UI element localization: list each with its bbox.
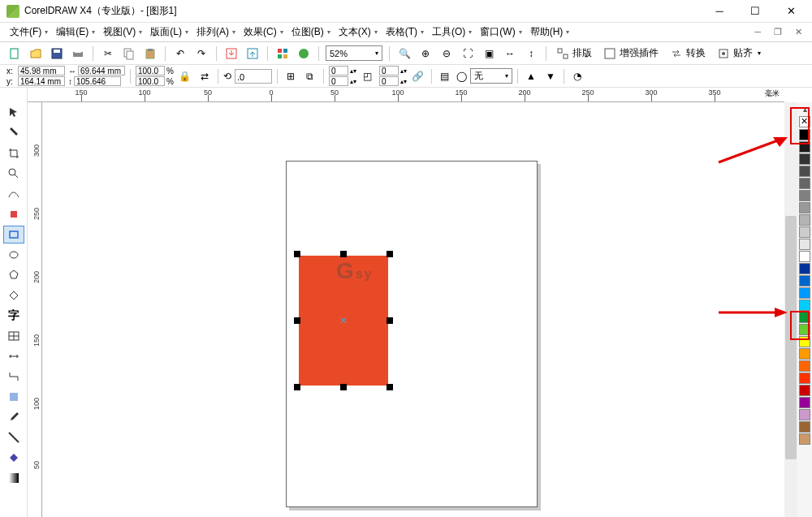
width-input[interactable]: 69.644 mm (78, 66, 125, 75)
zoom-in-icon[interactable]: ⊕ (417, 45, 434, 62)
redo-icon[interactable]: ↷ (193, 45, 209, 62)
basic-shapes-tool[interactable] (3, 287, 24, 304)
color-swatch-19[interactable] (799, 360, 810, 372)
color-swatch-10[interactable] (799, 251, 810, 262)
zoom-width-icon[interactable]: ↔ (502, 45, 518, 62)
rectangle-tool[interactable] (3, 226, 24, 243)
color-swatch-5[interactable] (799, 190, 810, 201)
color-swatch-9[interactable] (799, 239, 810, 250)
doc-restore-button[interactable]: ❐ (771, 27, 785, 37)
color-swatch-2[interactable] (799, 153, 810, 165)
corner-rows-input[interactable]: 0 (329, 76, 348, 86)
color-swatch-22[interactable] (799, 397, 810, 408)
vertical-scrollbar[interactable] (784, 102, 797, 517)
color-swatch-21[interactable] (799, 385, 810, 396)
color-swatch-8[interactable] (799, 226, 810, 238)
handle-bottom-middle[interactable] (340, 384, 347, 390)
save-icon[interactable] (49, 45, 65, 62)
snap-button[interactable]: 排版 (553, 46, 595, 60)
menu-arrange[interactable]: 排列(A)▾ (193, 24, 239, 41)
x-input[interactable]: 45.98 mm (18, 66, 65, 75)
zoom-out-icon[interactable]: ⊖ (438, 45, 455, 62)
color-swatch-3[interactable] (799, 166, 810, 177)
menu-edit[interactable]: 编辑(E)▾ (53, 24, 98, 41)
wrap-text-icon[interactable]: ▤ (437, 68, 453, 84)
eyedropper-tool[interactable] (3, 408, 24, 426)
ellipse-tool[interactable] (3, 246, 24, 264)
text-tool[interactable]: 字 (3, 307, 24, 325)
shape-tool[interactable] (3, 124, 24, 142)
zoom-tool-icon[interactable]: 🔍 (396, 45, 412, 62)
freehand-tool[interactable] (3, 185, 24, 203)
handle-middle-left[interactable] (294, 317, 300, 324)
rounded-lock-icon[interactable]: 🔗 (410, 68, 426, 84)
height-input[interactable]: 105.646 mm (74, 76, 121, 86)
convert-curves-icon[interactable]: ◔ (569, 68, 585, 84)
apps-icon[interactable] (274, 45, 291, 62)
no-fill-swatch[interactable] (799, 116, 810, 127)
copy-icon[interactable] (121, 45, 137, 62)
color-swatch-16[interactable] (799, 324, 810, 335)
scale-x-input[interactable]: 100.0 (136, 66, 165, 75)
open-icon[interactable] (28, 45, 44, 62)
lock-ratio-icon[interactable]: 🔒 (177, 68, 193, 84)
corner-rows2-input[interactable]: 0 (379, 76, 399, 86)
interactive-tool[interactable] (3, 388, 24, 406)
scale-y-input[interactable]: 100.0 (136, 76, 165, 86)
color-swatch-7[interactable] (799, 214, 810, 226)
mirror-h-icon[interactable]: ⇄ (197, 68, 213, 84)
color-swatch-14[interactable] (799, 299, 810, 311)
window-minimize-button[interactable]: ─ (702, 0, 737, 23)
polygon-tool[interactable] (3, 266, 24, 284)
zoom-level-select[interactable]: 52%▾ (326, 45, 382, 61)
menu-effects[interactable]: 效果(C)▾ (240, 24, 287, 41)
vertical-ruler[interactable]: 30025020015010050 (28, 102, 42, 517)
y-input[interactable]: 164.14 mm (18, 76, 65, 86)
canvas[interactable]: ✕ Gsy (42, 102, 784, 517)
print-icon[interactable] (70, 45, 86, 62)
color-swatch-1[interactable] (799, 141, 810, 153)
undo-icon[interactable]: ↶ (172, 45, 188, 62)
color-swatch-23[interactable] (799, 409, 810, 420)
order-icon[interactable]: ⧉ (302, 68, 318, 84)
color-swatch-20[interactable] (799, 373, 810, 384)
color-swatch-15[interactable] (799, 312, 810, 323)
handle-top-right[interactable] (387, 251, 393, 257)
connector-tool[interactable] (3, 368, 24, 386)
window-maximize-button[interactable]: ☐ (737, 0, 773, 23)
color-swatch-13[interactable] (799, 287, 810, 299)
outline-width-select[interactable]: 无▾ (470, 68, 512, 84)
rotation-input[interactable]: .0 (235, 69, 272, 84)
color-swatch-12[interactable] (799, 275, 810, 287)
enhance-button[interactable]: 增强插件 (600, 46, 662, 60)
menu-table[interactable]: 表格(T)▾ (382, 24, 427, 41)
menu-tools[interactable]: 工具(O)▾ (429, 24, 475, 41)
interactive-fill-tool[interactable] (3, 469, 24, 487)
import-icon[interactable] (223, 45, 240, 62)
color-swatch-24[interactable] (799, 421, 810, 433)
export-icon[interactable] (244, 45, 261, 62)
doc-close-button[interactable]: ✕ (792, 27, 806, 37)
handle-bottom-right[interactable] (387, 384, 393, 390)
corner-cols2-input[interactable]: 0 (379, 66, 399, 75)
color-swatch-4[interactable] (799, 178, 810, 189)
vertical-scroll-thumb[interactable] (785, 216, 797, 459)
menu-text[interactable]: 文本(X)▾ (335, 24, 381, 41)
color-swatch-6[interactable] (799, 202, 810, 213)
color-swatch-17[interactable] (799, 336, 810, 347)
handle-top-middle[interactable] (340, 251, 347, 257)
menu-layout[interactable]: 版面(L)▾ (147, 24, 192, 41)
zoom-fit-icon[interactable]: ⛶ (460, 45, 476, 62)
color-swatch-0[interactable] (799, 129, 810, 140)
color-swatch-25[interactable] (799, 433, 810, 445)
align-button[interactable]: 贴齐▾ (714, 46, 764, 60)
handle-bottom-left[interactable] (294, 384, 300, 390)
dimension-tool[interactable] (3, 347, 24, 365)
paste-icon[interactable] (142, 45, 158, 62)
menu-view[interactable]: 视图(V)▾ (100, 24, 145, 41)
handle-top-left[interactable] (294, 251, 300, 257)
doc-minimize-button[interactable]: ─ (751, 27, 764, 37)
color-swatch-18[interactable] (799, 348, 810, 360)
zoom-tool[interactable] (3, 165, 24, 183)
zoom-page-icon[interactable]: ▣ (481, 45, 497, 62)
